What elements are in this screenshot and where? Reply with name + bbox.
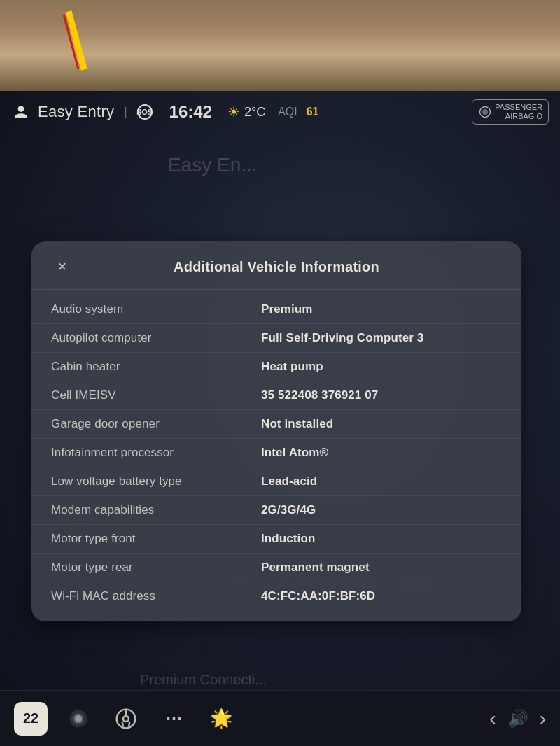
- aqi-value: 61: [307, 106, 319, 118]
- modal-title: Additional Vehicle Information: [174, 259, 379, 275]
- steering-icon[interactable]: [109, 702, 143, 736]
- table-row: Audio system Premium: [31, 295, 522, 324]
- info-value: Intel Atom®: [261, 446, 328, 460]
- calendar-icon[interactable]: 22: [14, 702, 48, 736]
- taskbar-right: ‹ 🔊 ›: [489, 708, 546, 730]
- svg-point-6: [123, 716, 129, 722]
- weather-info: ☀ 2°C: [227, 104, 265, 120]
- info-value: Permanent magnet: [261, 561, 370, 575]
- info-label: Audio system: [51, 302, 261, 316]
- nav-forward-button[interactable]: ›: [540, 708, 546, 730]
- status-left: Easy Entry | SOS 16:42 ☀ 2°C AQI 61: [11, 102, 472, 122]
- airbag-label: PASSENGERAIRBAG O: [495, 103, 542, 121]
- table-row: Modem capabilities 2G/3G/4G: [31, 496, 522, 525]
- table-row: Wi-Fi MAC address 4C:FC:AA:0F:BF:6D: [31, 582, 522, 610]
- apps-icon[interactable]: 🌟: [204, 702, 238, 736]
- volume-icon[interactable]: 🔊: [507, 709, 528, 729]
- camera-icon[interactable]: [62, 702, 95, 736]
- info-value: Heat pump: [261, 360, 323, 374]
- table-row: Cabin heater Heat pump: [31, 353, 522, 381]
- table-row: Garage door opener Not installed: [31, 410, 522, 439]
- close-button[interactable]: ×: [51, 255, 74, 278]
- sos-badge[interactable]: SOS: [137, 104, 153, 120]
- info-value: Induction: [261, 532, 315, 546]
- profile-icon[interactable]: [11, 102, 31, 122]
- additional-vehicle-info-modal: × Additional Vehicle Information Audio s…: [31, 241, 522, 621]
- table-row: Cell IMEISV 35 522408 376921 07: [31, 381, 522, 410]
- info-label: Infotainment processor: [51, 446, 261, 460]
- dots-icon[interactable]: ⋯: [157, 702, 190, 736]
- svg-line-8: [122, 722, 123, 726]
- table-row: Low voltage battery type Lead-acid: [31, 467, 522, 496]
- info-value: 35 522408 376921 07: [261, 388, 378, 402]
- svg-point-4: [75, 715, 82, 722]
- info-label: Autopilot computer: [51, 331, 261, 345]
- info-label: Garage door opener: [51, 417, 261, 431]
- table-row: Motor type front Induction: [31, 525, 522, 554]
- profile-name: Easy Entry: [38, 103, 114, 121]
- nav-back-button[interactable]: ‹: [489, 708, 496, 730]
- info-label: Cell IMEISV: [51, 388, 261, 402]
- info-label: Cabin heater: [51, 360, 261, 374]
- sun-icon: ☀: [227, 104, 240, 120]
- airbag-badge: PASSENGERAIRBAG O: [472, 99, 549, 125]
- temperature: 2°C: [244, 105, 265, 120]
- info-label: Motor type front: [51, 532, 261, 546]
- table-row: Autopilot computer Full Self-Driving Com…: [31, 324, 522, 353]
- info-label: Low voltage battery type: [51, 474, 261, 488]
- svg-point-1: [482, 109, 488, 115]
- status-right: PASSENGERAIRBAG O: [472, 99, 549, 125]
- taskbar: 22 ⋯ 🌟 ‹ 🔊 ›: [0, 690, 560, 746]
- info-value: Not installed: [261, 417, 333, 431]
- svg-line-9: [129, 722, 130, 726]
- status-bar: Easy Entry | SOS 16:42 ☀ 2°C AQI 61 PASS…: [0, 91, 560, 133]
- info-label: Modem capabilities: [51, 503, 261, 517]
- table-row: Infotainment processor Intel Atom®: [31, 439, 522, 467]
- info-value: 4C:FC:AA:0F:BF:6D: [261, 589, 375, 603]
- info-value: Lead-acid: [261, 474, 317, 488]
- modal-body: Audio system Premium Autopilot computer …: [31, 290, 522, 621]
- time-display: 16:42: [169, 102, 212, 122]
- info-label: Motor type rear: [51, 561, 261, 575]
- aqi-label: AQI: [278, 106, 298, 118]
- table-row: Motor type rear Permanent magnet: [31, 554, 522, 582]
- info-value: Premium: [261, 302, 312, 316]
- info-value: Full Self-Driving Computer 3: [261, 331, 424, 345]
- modal-header: × Additional Vehicle Information: [31, 241, 522, 290]
- info-label: Wi-Fi MAC address: [51, 589, 261, 603]
- info-value: 2G/3G/4G: [261, 503, 316, 517]
